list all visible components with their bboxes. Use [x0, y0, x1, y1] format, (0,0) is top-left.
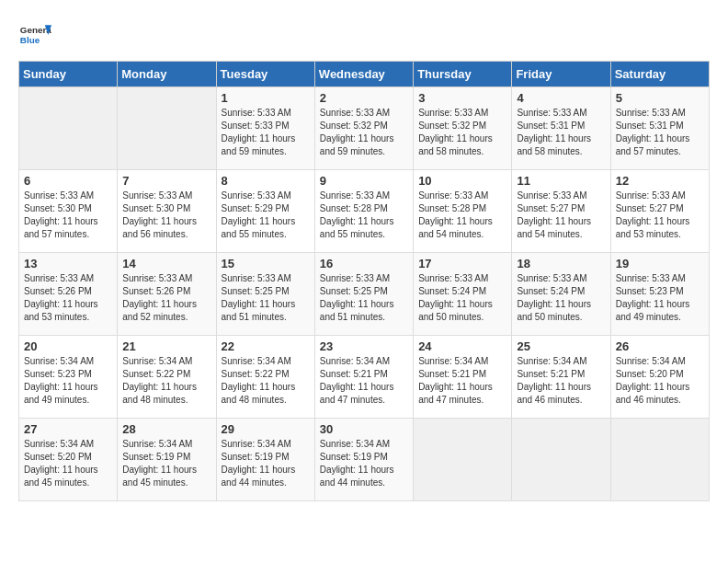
calendar-cell: 26Sunrise: 5:34 AM Sunset: 5:20 PM Dayli…	[610, 336, 709, 419]
day-info: Sunrise: 5:34 AM Sunset: 5:19 PM Dayligh…	[320, 438, 408, 489]
calendar-cell: 15Sunrise: 5:33 AM Sunset: 5:25 PM Dayli…	[216, 253, 314, 336]
day-number: 8	[222, 174, 310, 188]
calendar-cell: 24Sunrise: 5:34 AM Sunset: 5:21 PM Dayli…	[414, 336, 512, 419]
day-number: 16	[320, 257, 408, 270]
day-number: 28	[122, 422, 210, 436]
calendar-week-row: 1Sunrise: 5:33 AM Sunset: 5:33 PM Daylig…	[19, 87, 710, 170]
day-number: 9	[320, 174, 408, 188]
day-number: 5	[616, 91, 704, 105]
day-info: Sunrise: 5:33 AM Sunset: 5:32 PM Dayligh…	[320, 107, 408, 158]
day-info: Sunrise: 5:33 AM Sunset: 5:28 PM Dayligh…	[320, 190, 408, 241]
calendar-cell: 22Sunrise: 5:34 AM Sunset: 5:22 PM Dayli…	[216, 336, 314, 419]
day-info: Sunrise: 5:34 AM Sunset: 5:20 PM Dayligh…	[24, 438, 112, 489]
day-number: 3	[418, 91, 506, 105]
header: General Blue	[18, 18, 710, 52]
calendar-cell: 11Sunrise: 5:33 AM Sunset: 5:27 PM Dayli…	[512, 170, 610, 253]
calendar-cell: 21Sunrise: 5:34 AM Sunset: 5:22 PM Dayli…	[118, 336, 216, 419]
logo-icon: General Blue	[18, 18, 51, 52]
day-info: Sunrise: 5:33 AM Sunset: 5:24 PM Dayligh…	[418, 272, 506, 324]
day-header-friday: Friday	[512, 62, 610, 87]
day-info: Sunrise: 5:33 AM Sunset: 5:26 PM Dayligh…	[122, 272, 210, 324]
day-number: 11	[517, 174, 605, 188]
calendar-cell: 8Sunrise: 5:33 AM Sunset: 5:29 PM Daylig…	[216, 170, 314, 253]
calendar-cell: 17Sunrise: 5:33 AM Sunset: 5:24 PM Dayli…	[414, 253, 512, 336]
calendar-week-row: 20Sunrise: 5:34 AM Sunset: 5:23 PM Dayli…	[19, 336, 710, 419]
calendar-cell: 9Sunrise: 5:33 AM Sunset: 5:28 PM Daylig…	[314, 170, 413, 253]
calendar-week-row: 27Sunrise: 5:34 AM Sunset: 5:20 PM Dayli…	[19, 419, 710, 501]
day-number: 1	[222, 91, 310, 105]
calendar-cell: 23Sunrise: 5:34 AM Sunset: 5:21 PM Dayli…	[314, 336, 413, 419]
calendar-cell: 5Sunrise: 5:33 AM Sunset: 5:31 PM Daylig…	[610, 87, 709, 170]
day-number: 10	[418, 174, 506, 188]
day-number: 2	[320, 91, 408, 105]
calendar-cell	[414, 419, 512, 501]
calendar-cell: 1Sunrise: 5:33 AM Sunset: 5:33 PM Daylig…	[216, 87, 314, 170]
calendar-cell: 3Sunrise: 5:33 AM Sunset: 5:32 PM Daylig…	[414, 87, 512, 170]
day-info: Sunrise: 5:34 AM Sunset: 5:20 PM Dayligh…	[616, 355, 704, 407]
calendar-cell: 28Sunrise: 5:34 AM Sunset: 5:19 PM Dayli…	[118, 419, 216, 501]
day-number: 14	[122, 257, 210, 270]
day-number: 13	[24, 257, 112, 270]
calendar-cell: 6Sunrise: 5:33 AM Sunset: 5:30 PM Daylig…	[19, 170, 118, 253]
day-info: Sunrise: 5:34 AM Sunset: 5:23 PM Dayligh…	[24, 355, 112, 407]
day-number: 27	[24, 422, 112, 436]
day-number: 26	[616, 339, 704, 353]
calendar-cell: 25Sunrise: 5:34 AM Sunset: 5:21 PM Dayli…	[512, 336, 610, 419]
day-number: 15	[222, 257, 310, 270]
calendar-cell: 13Sunrise: 5:33 AM Sunset: 5:26 PM Dayli…	[19, 253, 118, 336]
day-number: 12	[616, 174, 704, 188]
day-number: 21	[122, 339, 210, 353]
day-info: Sunrise: 5:34 AM Sunset: 5:21 PM Dayligh…	[517, 355, 605, 407]
calendar-cell: 18Sunrise: 5:33 AM Sunset: 5:24 PM Dayli…	[512, 253, 610, 336]
day-info: Sunrise: 5:33 AM Sunset: 5:26 PM Dayligh…	[24, 272, 112, 324]
day-info: Sunrise: 5:33 AM Sunset: 5:31 PM Dayligh…	[616, 107, 704, 158]
calendar-cell: 2Sunrise: 5:33 AM Sunset: 5:32 PM Daylig…	[314, 87, 413, 170]
day-info: Sunrise: 5:33 AM Sunset: 5:33 PM Dayligh…	[222, 107, 310, 158]
day-info: Sunrise: 5:34 AM Sunset: 5:21 PM Dayligh…	[320, 355, 408, 407]
day-number: 19	[616, 257, 704, 270]
day-info: Sunrise: 5:33 AM Sunset: 5:25 PM Dayligh…	[320, 272, 408, 324]
day-number: 17	[418, 257, 506, 270]
day-number: 30	[320, 422, 408, 436]
calendar-cell: 30Sunrise: 5:34 AM Sunset: 5:19 PM Dayli…	[314, 419, 413, 501]
calendar-header-row: SundayMondayTuesdayWednesdayThursdayFrid…	[19, 62, 710, 87]
day-info: Sunrise: 5:33 AM Sunset: 5:27 PM Dayligh…	[616, 190, 704, 241]
day-header-monday: Monday	[118, 62, 216, 87]
calendar-week-row: 6Sunrise: 5:33 AM Sunset: 5:30 PM Daylig…	[19, 170, 710, 253]
calendar-cell: 20Sunrise: 5:34 AM Sunset: 5:23 PM Dayli…	[19, 336, 118, 419]
day-info: Sunrise: 5:33 AM Sunset: 5:30 PM Dayligh…	[24, 190, 112, 241]
day-number: 4	[517, 91, 605, 105]
day-header-thursday: Thursday	[414, 62, 512, 87]
logo: General Blue	[18, 18, 51, 52]
svg-text:Blue: Blue	[20, 35, 40, 45]
day-info: Sunrise: 5:33 AM Sunset: 5:29 PM Dayligh…	[222, 190, 310, 241]
day-info: Sunrise: 5:34 AM Sunset: 5:19 PM Dayligh…	[122, 438, 210, 489]
day-number: 25	[517, 339, 605, 353]
day-info: Sunrise: 5:34 AM Sunset: 5:22 PM Dayligh…	[122, 355, 210, 407]
calendar-cell: 27Sunrise: 5:34 AM Sunset: 5:20 PM Dayli…	[19, 419, 118, 501]
day-header-tuesday: Tuesday	[216, 62, 314, 87]
calendar-table: SundayMondayTuesdayWednesdayThursdayFrid…	[18, 61, 710, 501]
day-info: Sunrise: 5:34 AM Sunset: 5:19 PM Dayligh…	[222, 438, 310, 489]
day-header-wednesday: Wednesday	[314, 62, 413, 87]
day-info: Sunrise: 5:33 AM Sunset: 5:27 PM Dayligh…	[517, 190, 605, 241]
day-number: 22	[222, 339, 310, 353]
day-info: Sunrise: 5:33 AM Sunset: 5:25 PM Dayligh…	[222, 272, 310, 324]
day-number: 23	[320, 339, 408, 353]
calendar-cell: 14Sunrise: 5:33 AM Sunset: 5:26 PM Dayli…	[118, 253, 216, 336]
calendar-cell: 4Sunrise: 5:33 AM Sunset: 5:31 PM Daylig…	[512, 87, 610, 170]
calendar-cell: 10Sunrise: 5:33 AM Sunset: 5:28 PM Dayli…	[414, 170, 512, 253]
day-number: 20	[24, 339, 112, 353]
day-info: Sunrise: 5:33 AM Sunset: 5:23 PM Dayligh…	[616, 272, 704, 324]
day-number: 29	[222, 422, 310, 436]
day-number: 6	[24, 174, 112, 188]
calendar-week-row: 13Sunrise: 5:33 AM Sunset: 5:26 PM Dayli…	[19, 253, 710, 336]
day-info: Sunrise: 5:34 AM Sunset: 5:21 PM Dayligh…	[418, 355, 506, 407]
calendar-cell: 12Sunrise: 5:33 AM Sunset: 5:27 PM Dayli…	[610, 170, 709, 253]
day-info: Sunrise: 5:33 AM Sunset: 5:32 PM Dayligh…	[418, 107, 506, 158]
day-info: Sunrise: 5:33 AM Sunset: 5:31 PM Dayligh…	[517, 107, 605, 158]
day-info: Sunrise: 5:33 AM Sunset: 5:24 PM Dayligh…	[517, 272, 605, 324]
day-header-saturday: Saturday	[610, 62, 709, 87]
calendar-cell	[19, 87, 118, 170]
calendar-cell: 7Sunrise: 5:33 AM Sunset: 5:30 PM Daylig…	[118, 170, 216, 253]
